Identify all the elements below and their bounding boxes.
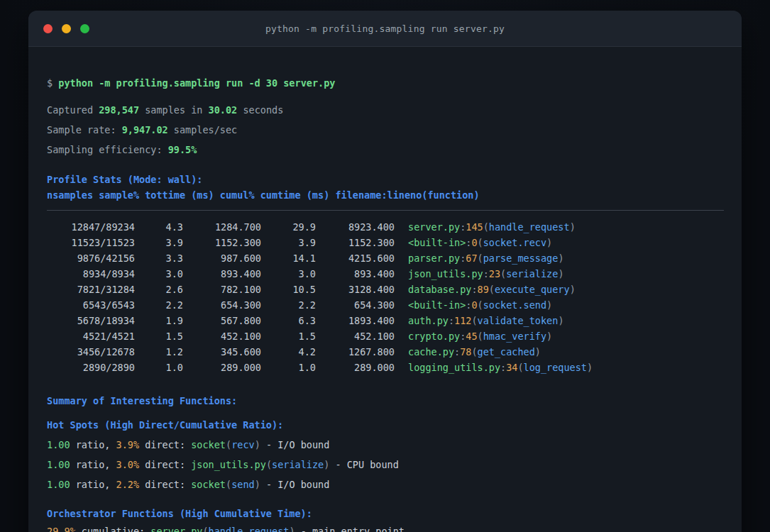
function-location: logging_utils.py:34(log_request) — [408, 360, 593, 375]
table-header: nsamples sample% tottime (ms) cumul% cum… — [47, 187, 724, 203]
function-location: <built-in>:0(socket.recv) — [408, 235, 552, 250]
table-row: 9876/421563.3987.60014.14215.600parser.p… — [47, 250, 724, 266]
captured-stat: Captured 298,547 samples in 30.02 second… — [47, 102, 724, 118]
table-row: 12847/892344.31284.70029.98923.400server… — [47, 219, 724, 235]
summary-heading: Summary of Interesting Functions: — [47, 393, 724, 409]
orchestrator-heading: Orchestrator Functions (High Cumulative … — [47, 506, 724, 521]
maximize-icon[interactable] — [80, 24, 89, 33]
table-row: 7821/312842.6782.10010.53128.400database… — [47, 282, 724, 297]
table-row: 4521/45211.5452.1001.5452.100crypto.py:4… — [47, 328, 724, 344]
terminal-window: python -m profiling.sampling run server.… — [28, 11, 742, 532]
terminal-body: $ python -m profiling.sampling run -d 30… — [28, 47, 742, 532]
function-location: json_utils.py:23(serialize) — [408, 266, 564, 282]
profile-stats-heading: Profile Stats (Mode: wall): — [47, 172, 724, 187]
table-row: 11523/115233.91152.3003.91152.300<built-… — [47, 235, 724, 250]
function-location: server.py:145(handle_request) — [408, 219, 576, 235]
orchestrator-line: 29.9% cumulative: server.py(handle_reque… — [47, 523, 724, 532]
close-icon[interactable] — [43, 24, 53, 33]
table-divider — [47, 210, 724, 211]
function-location: <built-in>:0(socket.send) — [408, 297, 552, 313]
function-location: database.py:89(execute_query) — [408, 282, 576, 297]
table-row: 3456/126781.2345.6004.21267.800cache.py:… — [47, 344, 724, 360]
table-row: 5678/189341.9567.8006.31893.400auth.py:1… — [47, 313, 724, 328]
stats-table-rows: 12847/892344.31284.70029.98923.400server… — [47, 219, 724, 375]
titlebar: python -m profiling.sampling run server.… — [28, 11, 742, 47]
window-title: python -m profiling.sampling run server.… — [28, 23, 742, 34]
window-controls — [43, 24, 89, 33]
sampling-efficiency-stat: Sampling efficiency: 99.5% — [47, 142, 724, 157]
hot-spot-line: 1.00 ratio, 3.0% direct: json_utils.py(s… — [47, 457, 724, 472]
function-location: cache.py:78(get_cached) — [408, 344, 541, 360]
function-location: auth.py:112(validate_token) — [408, 313, 564, 328]
table-row: 2890/28901.0289.0001.0289.000logging_uti… — [47, 360, 724, 375]
command-line: $ python -m profiling.sampling run -d 30… — [47, 75, 724, 91]
hot-spots-heading: Hot Spots (High Direct/Cumulative Ratio)… — [47, 417, 724, 433]
function-location: parser.py:67(parse_message) — [408, 250, 564, 266]
minimize-icon[interactable] — [62, 24, 71, 33]
table-row: 8934/89343.0893.4003.0893.400json_utils.… — [47, 266, 724, 282]
function-location: crypto.py:45(hmac_verify) — [408, 328, 552, 344]
hot-spot-line: 1.00 ratio, 3.9% direct: socket(recv) - … — [47, 437, 724, 453]
sample-rate-stat: Sample rate: 9,947.02 samples/sec — [47, 122, 724, 138]
hot-spot-line: 1.00 ratio, 2.2% direct: socket(send) - … — [47, 477, 724, 492]
table-row: 6543/65432.2654.3002.2654.300<built-in>:… — [47, 297, 724, 313]
